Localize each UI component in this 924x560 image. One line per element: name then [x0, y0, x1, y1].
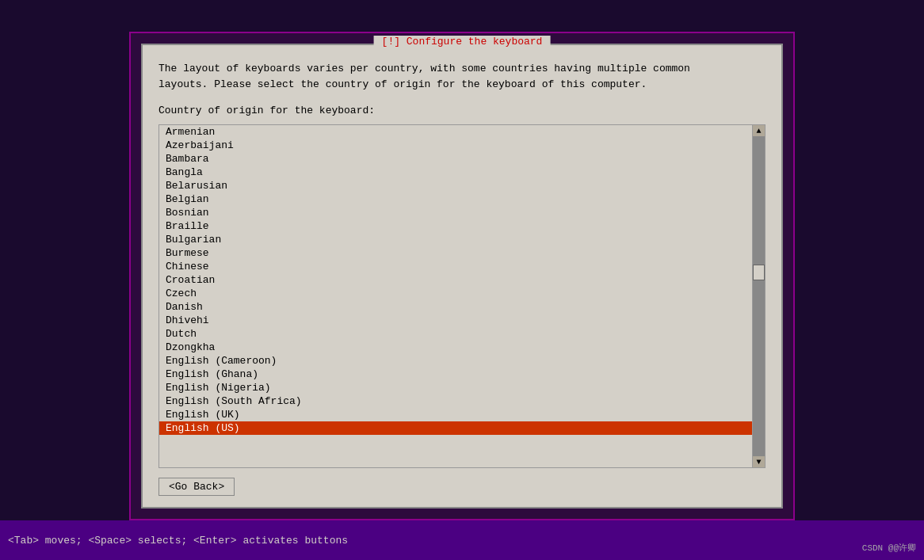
dialog-container: [!] Configure the keyboard The layout of…	[141, 44, 783, 509]
dialog-content: The layout of keyboards varies per count…	[143, 45, 781, 507]
list-item[interactable]: English (Nigeria)	[159, 381, 752, 394]
list-item[interactable]: Braille	[159, 219, 752, 233]
list-item[interactable]: Czech	[159, 287, 752, 300]
list-item[interactable]: Bosnian	[159, 206, 752, 219]
list-item[interactable]: Dhivehi	[159, 314, 752, 327]
section-label: Country of origin for the keyboard:	[158, 105, 766, 116]
list-item[interactable]: Dzongkha	[159, 341, 752, 354]
list-item[interactable]: Bambara	[159, 152, 752, 166]
list-item[interactable]: Croatian	[159, 273, 752, 287]
list-item[interactable]: English (Ghana)	[159, 368, 752, 381]
keyboard-list[interactable]: ArmenianAzerbaijaniBambaraBanglaBelarusi…	[159, 125, 752, 467]
list-item[interactable]: Belarusian	[159, 179, 752, 192]
scroll-thumb	[753, 265, 765, 280]
go-back-button[interactable]: <Go Back>	[158, 478, 235, 496]
list-item[interactable]: Chinese	[159, 260, 752, 273]
buttons-row: <Go Back>	[158, 478, 766, 499]
list-item[interactable]: English (UK)	[159, 408, 752, 421]
list-item[interactable]: English (South Africa)	[159, 394, 752, 408]
list-item[interactable]: Azerbaijani	[159, 139, 752, 152]
description-text: The layout of keyboards varies per count…	[158, 61, 766, 92]
list-item[interactable]: English (US)	[159, 421, 752, 435]
scroll-up-arrow[interactable]: ▲	[753, 125, 765, 136]
scroll-down-arrow[interactable]: ▼	[753, 456, 765, 467]
list-item[interactable]: Dutch	[159, 327, 752, 341]
bottom-hint: <Tab> moves; <Space> selects; <Enter> ac…	[8, 535, 348, 547]
scroll-track	[753, 136, 765, 456]
list-item[interactable]: English (Cameroon)	[159, 354, 752, 368]
watermark: CSDN @@许卿	[862, 542, 916, 554]
scrollbar[interactable]: ▲ ▼	[752, 125, 765, 467]
keyboard-list-container: ArmenianAzerbaijaniBambaraBanglaBelarusi…	[158, 124, 766, 468]
list-item[interactable]: Burmese	[159, 246, 752, 260]
list-item[interactable]: Armenian	[159, 125, 752, 139]
list-item[interactable]: Danish	[159, 300, 752, 314]
list-item[interactable]: Bulgarian	[159, 233, 752, 246]
bottom-bar: <Tab> moves; <Space> selects; <Enter> ac…	[0, 520, 924, 560]
list-item[interactable]: Bangla	[159, 166, 752, 179]
list-item[interactable]: Belgian	[159, 192, 752, 206]
dialog-title: [!] Configure the keyboard	[374, 36, 551, 48]
